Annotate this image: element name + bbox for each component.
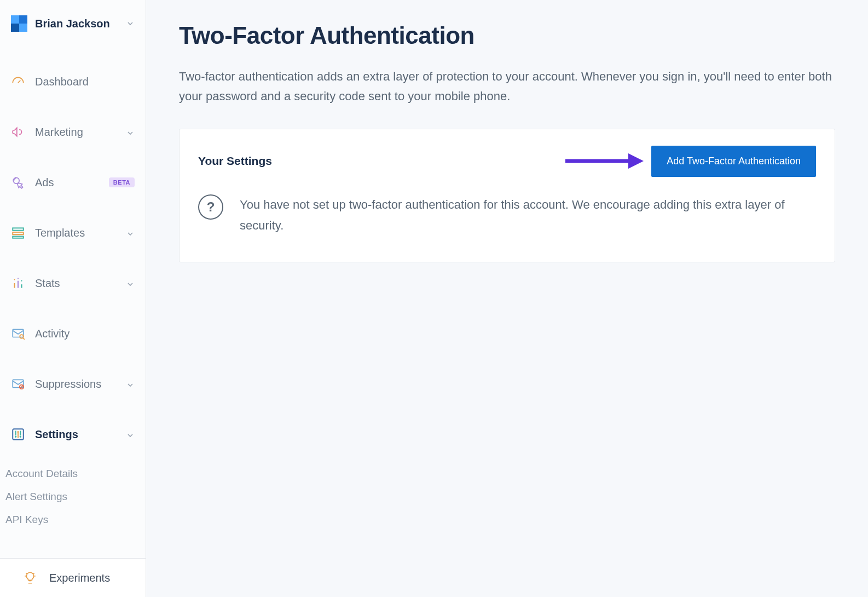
user-name: Brian Jackson [35,18,118,30]
sidebar-nav: Dashboard Marketing Ads BET [0,47,146,531]
sidebar-item-settings[interactable]: Settings [0,420,146,449]
card-body: ? You have not set up two-factor authent… [198,194,816,237]
svg-line-26 [33,573,34,574]
sidebar-item-label: Suppressions [35,378,116,391]
svg-line-12 [23,338,25,340]
subnav-account-details[interactable]: Account Details [5,462,146,485]
svg-rect-3 [13,237,24,238]
svg-point-8 [18,278,19,279]
sidebar-item-activity[interactable]: Activity [0,319,146,348]
sidebar-item-dashboard[interactable]: Dashboard [0,67,146,96]
sidebar-item-label: Ads [35,176,99,189]
page-title: Two-Factor Authentication [179,22,835,49]
chevron-down-icon [126,19,135,28]
sidebar-item-label: Activity [35,328,135,340]
chevron-down-icon [126,279,135,288]
avatar [11,15,27,32]
subnav-api-keys[interactable]: API Keys [5,508,146,531]
megaphone-icon [11,125,25,139]
settings-message: You have not set up two-factor authentic… [240,194,798,237]
gauge-icon [11,74,25,89]
sidebar-item-stats[interactable]: Stats [0,268,146,298]
sidebar-scroll: Brian Jackson Dashboard Marketing [0,0,146,558]
svg-point-20 [17,431,19,433]
page-description: Two-factor authentication adds an extra … [179,67,835,107]
sidebar-item-templates[interactable]: Templates [0,218,146,248]
svg-marker-28 [628,153,644,169]
sidebar-item-label: Dashboard [35,76,135,88]
svg-rect-10 [13,329,24,337]
chevron-down-icon [126,228,135,237]
sidebar-item-label: Experiments [49,572,110,584]
question-mark-icon: ? [198,194,223,220]
sidebar-item-label: Marketing [35,126,116,139]
lightbulb-icon [23,571,37,585]
sidebar: Brian Jackson Dashboard Marketing [0,0,146,597]
svg-point-7 [14,279,15,280]
subnav-alert-settings[interactable]: Alert Settings [5,485,146,508]
chevron-down-icon [126,380,135,388]
bar-chart-icon [11,276,25,290]
sidebar-item-ads[interactable]: Ads BETA [0,168,146,197]
chevron-down-icon [126,430,135,439]
sidebar-item-label: Stats [35,277,116,290]
card-header: Your Settings Add Two-Factor Authenticat… [198,146,816,177]
settings-card: Your Settings Add Two-Factor Authenticat… [179,129,835,262]
sidebar-item-marketing[interactable]: Marketing [0,117,146,147]
card-header-actions: Add Two-Factor Authentication [563,146,816,177]
layout-icon [11,226,25,240]
cursor-click-icon [11,175,25,190]
sliders-icon [11,427,25,441]
sidebar-item-label: Templates [35,227,116,239]
card-heading: Your Settings [198,154,272,168]
svg-point-9 [21,280,22,282]
user-menu[interactable]: Brian Jackson [0,0,146,47]
mail-search-icon [11,326,25,341]
chevron-down-icon [126,128,135,136]
sidebar-item-suppressions[interactable]: Suppressions [0,369,146,399]
svg-rect-1 [13,228,24,230]
svg-line-25 [26,573,27,574]
svg-point-0 [13,177,19,183]
svg-point-18 [15,436,16,438]
settings-subnav: Account Details Alert Settings API Keys [0,462,146,531]
main-content: Two-Factor Authentication Two-factor aut… [146,0,868,597]
app-root: Brian Jackson Dashboard Marketing [0,0,868,597]
arrow-annotation-icon [563,150,645,172]
svg-rect-2 [13,232,24,234]
beta-badge: BETA [109,177,135,187]
mail-block-icon [11,377,25,391]
sidebar-item-label: Settings [35,428,116,441]
add-two-factor-button[interactable]: Add Two-Factor Authentication [651,146,816,177]
svg-point-22 [20,436,21,438]
sidebar-item-experiments[interactable]: Experiments [0,558,146,597]
